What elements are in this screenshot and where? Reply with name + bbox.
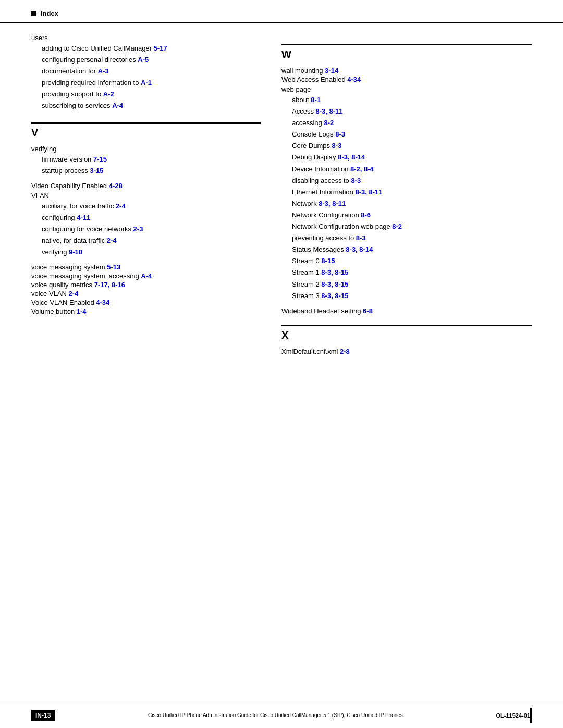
wp-status-messages-text: Status Messages: [292, 245, 346, 253]
wp-preventing-ref[interactable]: 8-3: [356, 234, 366, 242]
xmldefault-ref[interactable]: 2-8: [340, 348, 350, 355]
voice-messaging-ref[interactable]: 5-13: [107, 263, 120, 271]
users-ref-4[interactable]: A-1: [141, 79, 152, 87]
users-ref-1[interactable]: 5-17: [154, 44, 167, 52]
wp-accessing-ref[interactable]: 8-2: [324, 119, 334, 127]
wp-disabling-ref[interactable]: 8-3: [351, 177, 361, 184]
right-column: W wall mounting 3-14 Web Access Enabled …: [282, 34, 532, 356]
verifying-startup-text: startup process: [42, 167, 90, 175]
web-access-enabled-text: Web Access Enabled: [282, 76, 347, 83]
verifying-startup-ref[interactable]: 3-15: [90, 167, 104, 175]
wp-preventing: preventing access to 8-3: [282, 232, 532, 244]
w-section: W wall mounting 3-14 Web Access Enabled …: [282, 44, 532, 355]
video-capability-ref[interactable]: 4-28: [109, 182, 123, 190]
volume-button-ref[interactable]: 1-4: [77, 307, 87, 315]
voice-vlan-enabled-ref[interactable]: 4-34: [96, 299, 109, 306]
wp-network-ref[interactable]: 8-3, 8-11: [319, 200, 346, 207]
voice-quality: voice quality metrics 7-17, 8-16: [31, 281, 261, 289]
wp-about-text: about: [292, 96, 311, 104]
vlan-verifying: verifying 9-10: [31, 246, 261, 258]
wp-access-ref[interactable]: 8-3, 8-11: [316, 107, 343, 115]
wp-network-config-webpage-ref[interactable]: 8-2: [392, 223, 402, 230]
wp-console-logs-ref[interactable]: 8-3: [335, 130, 345, 138]
wp-debug-display-ref[interactable]: 8-3, 8-14: [338, 153, 365, 161]
wp-debug-display-text: Debug Display: [292, 153, 338, 161]
x-section-letter: X: [282, 329, 288, 341]
users-entry-1: adding to Cisco Unified CallManager 5-17: [31, 43, 261, 54]
wp-network-config-text: Network Configuration: [292, 211, 361, 219]
wp-network-config-webpage-text: Network Configuration web page: [292, 223, 392, 230]
web-access-enabled-ref[interactable]: 4-34: [347, 76, 361, 83]
wp-preventing-text: preventing access to: [292, 234, 356, 242]
wp-ethernet-ref[interactable]: 8-3, 8-11: [355, 188, 382, 196]
vlan-configuring-ref[interactable]: 4-11: [77, 214, 90, 221]
page-number-badge: IN-13: [31, 710, 55, 721]
wp-stream2-text: Stream 2: [292, 280, 321, 288]
vlan-verifying-ref[interactable]: 9-10: [69, 248, 82, 256]
users-ref-6[interactable]: A-4: [112, 102, 123, 109]
users-section: users adding to Cisco Unified CallManage…: [31, 34, 261, 112]
wp-stream1: Stream 1 8-3, 8-15: [282, 267, 532, 278]
wp-network-config: Network Configuration 8-6: [282, 209, 532, 221]
w-section-header: W: [282, 44, 532, 60]
wall-mounting-ref[interactable]: 3-14: [325, 67, 338, 75]
wp-core-dumps-text: Core Dumps: [292, 142, 332, 150]
wp-stream3: Stream 3 8-3, 8-15: [282, 290, 532, 302]
wp-stream3-ref[interactable]: 8-3, 8-15: [321, 292, 348, 300]
verifying-firmware-ref[interactable]: 7-15: [93, 155, 107, 163]
wp-network-text: Network: [292, 200, 319, 207]
wp-status-messages-ref[interactable]: 8-3, 8-14: [346, 245, 373, 253]
volume-button-text: Volume button: [31, 307, 77, 315]
wp-core-dumps: Core Dumps 8-3: [282, 140, 532, 152]
wp-device-info-ref[interactable]: 8-2, 8-4: [350, 165, 374, 173]
wp-about-ref[interactable]: 8-1: [311, 96, 321, 104]
wall-mounting-text: wall mounting: [282, 67, 325, 75]
wp-network-config-webpage: Network Configuration web page 8-2: [282, 221, 532, 232]
wideband-headset-ref[interactable]: 6-8: [363, 307, 373, 315]
footer-line-icon: [530, 708, 532, 723]
main-content: users adding to Cisco Unified CallManage…: [0, 34, 563, 356]
vlan-native-text: native, for data traffic: [42, 237, 107, 244]
vlan-configuring-text: configuring: [42, 214, 77, 221]
web-page-heading: web page: [282, 85, 532, 93]
wp-disabling: disabling access to 8-3: [282, 175, 532, 187]
verifying-startup: startup process 3-15: [31, 165, 261, 177]
verifying-firmware-text: firmware version: [42, 155, 93, 163]
users-ref-5[interactable]: A-2: [103, 90, 114, 98]
xmldefault: XmlDefault.cnf.xml 2-8: [282, 348, 532, 355]
wp-accessing: accessing 8-2: [282, 117, 532, 129]
users-entry-4: providing required information to A-1: [31, 77, 261, 89]
users-entry-3-text: documentation for: [42, 67, 98, 75]
wp-accessing-text: accessing: [292, 119, 324, 127]
users-ref-3[interactable]: A-3: [98, 67, 109, 75]
verifying-firmware: firmware version 7-15: [31, 154, 261, 165]
voice-messaging-accessing-ref[interactable]: A-4: [141, 272, 152, 280]
voice-vlan-ref[interactable]: 2-4: [69, 290, 79, 298]
vlan-auxiliary: auxiliary, for voice traffic 2-4: [31, 201, 261, 212]
wp-stream1-ref[interactable]: 8-3, 8-15: [321, 268, 348, 276]
voice-quality-ref[interactable]: 7-17, 8-16: [94, 281, 125, 289]
wp-network-config-ref[interactable]: 8-6: [361, 211, 371, 219]
users-entry-6: subscribing to services A-4: [31, 100, 261, 112]
wp-stream0-text: Stream 0: [292, 257, 321, 265]
verifying-group: verifying firmware version 7-15 startup …: [31, 145, 261, 177]
vlan-auxiliary-ref[interactable]: 2-4: [116, 202, 126, 210]
voice-vlan-enabled: Voice VLAN Enabled 4-34: [31, 299, 261, 306]
wp-stream2-ref[interactable]: 8-3, 8-15: [321, 280, 348, 288]
vlan-native-ref[interactable]: 2-4: [107, 237, 117, 244]
users-entry-3: documentation for A-3: [31, 66, 261, 77]
voice-quality-text: voice quality metrics: [31, 281, 94, 289]
vlan-configuring-networks-ref[interactable]: 2-3: [133, 225, 143, 233]
wp-stream1-text: Stream 1: [292, 268, 321, 276]
wp-core-dumps-ref[interactable]: 8-3: [332, 142, 342, 150]
users-ref-2[interactable]: A-5: [138, 56, 149, 64]
wp-device-info-text: Device Information: [292, 165, 350, 173]
wp-stream0-ref[interactable]: 8-15: [321, 257, 335, 265]
wall-mounting: wall mounting 3-14: [282, 67, 532, 75]
users-heading: users: [31, 34, 261, 42]
vlan-heading: VLAN: [31, 192, 261, 200]
volume-button: Volume button 1-4: [31, 307, 261, 315]
wp-stream3-text: Stream 3: [292, 292, 321, 300]
video-capability-text: Video Capability Enabled: [31, 182, 109, 190]
wp-ethernet-text: Ethernet Information: [292, 188, 355, 196]
